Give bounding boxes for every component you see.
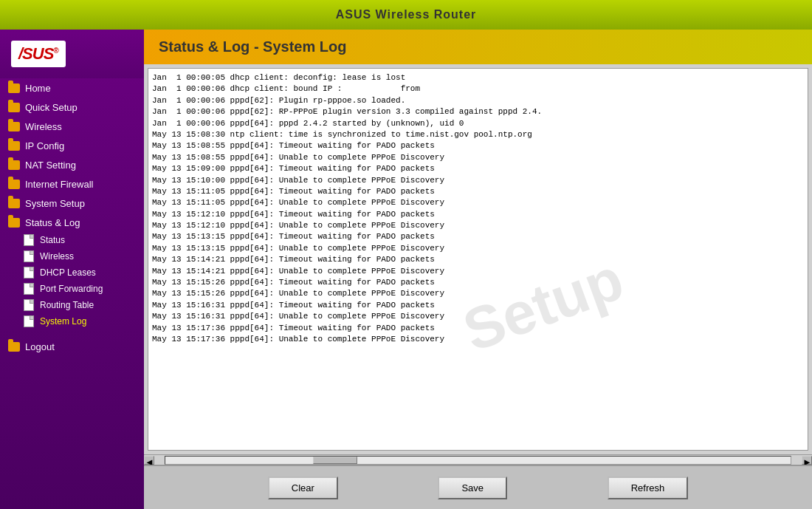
doc-icon-5 (22, 299, 35, 311)
scroll-left-btn[interactable]: ◄ (144, 456, 154, 465)
doc-icon-2 (22, 250, 35, 262)
folder-icon-5 (7, 159, 21, 171)
sidebar-item-wireless[interactable]: Wireless (0, 117, 144, 136)
sidebar-label-home: Home (25, 83, 51, 94)
scroll-right-btn[interactable]: ► (802, 456, 812, 465)
folder-icon-3 (7, 120, 21, 132)
sidebar-label-wireless: Wireless (25, 121, 62, 132)
horizontal-scrollbar[interactable]: ◄ ► (144, 454, 812, 465)
sidebar-subitem-wireless[interactable]: Wireless (15, 248, 144, 264)
sidebar-label-system-log: System Log (40, 316, 86, 327)
folder-icon-6 (7, 178, 21, 190)
sidebar-item-home[interactable]: Home (0, 78, 144, 98)
folder-icon-logout (7, 341, 21, 352)
content-area: Status & Log - System Log Setup ◄ ► Clea… (144, 30, 812, 509)
sidebar-subitem-status[interactable]: Status (15, 232, 144, 248)
sidebar-item-system-setup[interactable]: System Setup (0, 194, 144, 213)
asus-logo-text: /SUS® (18, 44, 58, 63)
app-title: ASUS Wireless Router (336, 8, 477, 21)
folder-icon (7, 82, 21, 94)
logo-area: /SUS® (0, 33, 144, 78)
sidebar-label-quick-setup: Quick Setup (25, 102, 78, 113)
sidebar: /SUS® Home Quick Setup Wireless IP Confi… (0, 30, 144, 509)
folder-icon-2 (7, 101, 21, 113)
sidebar-label-nat-setting: NAT Setting (25, 160, 76, 171)
sidebar-item-logout[interactable]: Logout (0, 337, 144, 356)
scroll-thumb-h[interactable] (313, 457, 357, 464)
sidebar-label-logout: Logout (25, 341, 55, 352)
sidebar-label-status-log: Status & Log (25, 217, 80, 228)
sidebar-label-system-setup: System Setup (25, 198, 85, 209)
sidebar-label-wireless-sub: Wireless (40, 251, 74, 262)
doc-icon-3 (22, 267, 35, 279)
page-title: Status & Log - System Log (144, 30, 812, 64)
sidebar-label-status: Status (40, 235, 65, 245)
clear-button[interactable]: Clear (268, 476, 338, 499)
sidebar-label-internet-firewall: Internet Firewall (25, 179, 93, 190)
sidebar-label-ip-config: IP Config (25, 140, 64, 151)
sidebar-label-port-forwarding: Port Forwarding (40, 284, 103, 294)
sidebar-label-dhcp-leases: DHCP Leases (40, 267, 96, 278)
log-area-container (144, 64, 812, 454)
doc-icon-6 (22, 315, 35, 327)
sidebar-subitem-routing-table[interactable]: Routing Table (15, 297, 144, 313)
sidebar-item-nat-setting[interactable]: NAT Setting (0, 155, 144, 174)
sidebar-subitem-system-log[interactable]: System Log (15, 313, 144, 329)
sidebar-item-status-log[interactable]: Status & Log (0, 213, 144, 232)
scroll-track-h[interactable] (165, 456, 791, 465)
sidebar-label-routing-table: Routing Table (40, 300, 94, 310)
sidebar-item-internet-firewall[interactable]: Internet Firewall (0, 174, 144, 194)
doc-icon-1 (22, 234, 35, 246)
folder-icon-4 (7, 140, 21, 151)
folder-icon-8 (7, 216, 21, 228)
refresh-button[interactable]: Refresh (608, 476, 689, 499)
sidebar-item-quick-setup[interactable]: Quick Setup (0, 98, 144, 117)
sidebar-item-ip-config[interactable]: IP Config (0, 136, 144, 155)
footer-area: Clear Save Refresh (144, 465, 812, 509)
save-button[interactable]: Save (438, 476, 507, 499)
header-bar: ASUS Wireless Router (0, 0, 812, 30)
folder-icon-7 (7, 197, 21, 209)
doc-icon-4 (22, 283, 35, 295)
log-textarea[interactable] (148, 68, 808, 451)
sub-nav: Status Wireless DHCP Leases Port Forward… (0, 232, 144, 329)
sidebar-subitem-dhcp-leases[interactable]: DHCP Leases (15, 264, 144, 281)
sidebar-subitem-port-forwarding[interactable]: Port Forwarding (15, 281, 144, 297)
asus-logo: /SUS® (11, 41, 66, 67)
